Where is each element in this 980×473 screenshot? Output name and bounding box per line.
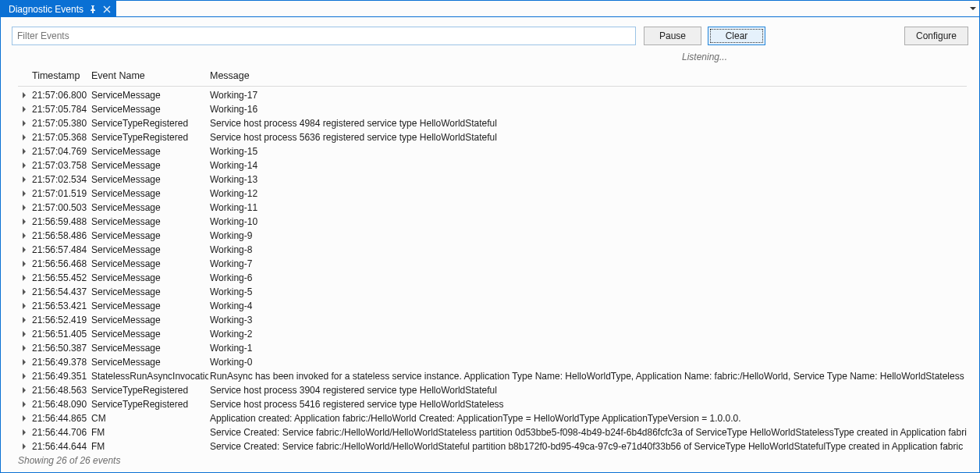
pause-button[interactable]: Pause bbox=[644, 27, 701, 45]
close-icon[interactable] bbox=[102, 5, 112, 14]
cell-timestamp: 21:56:48.563 bbox=[30, 385, 90, 396]
table-row[interactable]: 21:57:04.769ServiceMessageWorking-15 bbox=[18, 144, 967, 158]
cell-message: Working-4 bbox=[208, 301, 967, 311]
table-row[interactable]: 21:57:05.784ServiceMessageWorking-16 bbox=[18, 102, 967, 116]
cell-event-name: ServiceMessage bbox=[90, 315, 208, 325]
table-row[interactable]: 21:56:58.486ServiceMessageWorking-9 bbox=[18, 229, 967, 243]
cell-message: Working-8 bbox=[208, 244, 967, 255]
expand-icon[interactable] bbox=[18, 345, 30, 351]
cell-message: Service host process 3904 registered ser… bbox=[208, 385, 967, 396]
cell-timestamp: 21:56:44.644 bbox=[30, 441, 90, 452]
expand-icon[interactable] bbox=[18, 120, 30, 126]
cell-timestamp: 21:56:51.405 bbox=[30, 329, 90, 340]
table-row[interactable]: 21:56:55.452ServiceMessageWorking-6 bbox=[18, 271, 967, 285]
expand-icon[interactable] bbox=[18, 303, 30, 309]
status-bar: Showing 26 of 26 events bbox=[1, 452, 979, 472]
table-row[interactable]: 21:56:44.706FMService Created: Service f… bbox=[18, 425, 967, 439]
clear-button[interactable]: Clear bbox=[708, 27, 765, 45]
table-row[interactable]: 21:56:48.563ServiceTypeRegisteredService… bbox=[18, 383, 967, 397]
cell-event-name: ServiceMessage bbox=[90, 329, 208, 340]
cell-message: Working-9 bbox=[208, 230, 967, 241]
table-row[interactable]: 21:57:06.800ServiceMessageWorking-17 bbox=[18, 88, 967, 102]
table-row[interactable]: 21:56:44.865CMApplication created: Appli… bbox=[18, 411, 967, 425]
toolbar: Pause Clear Listening... Configure bbox=[1, 17, 979, 62]
expand-icon[interactable] bbox=[18, 162, 30, 169]
cell-event-name: ServiceTypeRegistered bbox=[90, 118, 208, 129]
cell-timestamp: 21:56:57.484 bbox=[30, 244, 90, 255]
expand-icon[interactable] bbox=[18, 148, 30, 155]
expand-icon[interactable] bbox=[18, 331, 30, 337]
expand-icon[interactable] bbox=[18, 92, 30, 98]
filter-events-input[interactable] bbox=[12, 27, 636, 45]
table-row[interactable]: 21:56:51.405ServiceMessageWorking-2 bbox=[18, 327, 967, 341]
table-row[interactable]: 21:57:05.380ServiceTypeRegisteredService… bbox=[18, 116, 967, 130]
diagnostic-events-window: Diagnostic Events Pause Clear Listening.… bbox=[0, 0, 980, 473]
cell-event-name: FM bbox=[90, 441, 208, 452]
col-timestamp[interactable]: Timestamp bbox=[30, 69, 90, 83]
cell-message: Service host process 5416 registered ser… bbox=[208, 399, 967, 410]
cell-timestamp: 21:57:02.534 bbox=[30, 174, 90, 185]
expand-icon[interactable] bbox=[18, 219, 30, 225]
expand-icon[interactable] bbox=[18, 134, 30, 140]
table-row[interactable]: 21:57:03.758ServiceMessageWorking-14 bbox=[18, 158, 967, 172]
cell-event-name: ServiceTypeRegistered bbox=[90, 399, 208, 410]
configure-button[interactable]: Configure bbox=[904, 27, 968, 45]
cell-event-name: ServiceMessage bbox=[90, 357, 208, 368]
table-row[interactable]: 21:56:56.468ServiceMessageWorking-7 bbox=[18, 257, 967, 271]
table-row[interactable]: 21:57:01.519ServiceMessageWorking-12 bbox=[18, 187, 967, 201]
cell-timestamp: 21:56:49.378 bbox=[30, 357, 90, 368]
table-row[interactable]: 21:56:44.644FMService Created: Service f… bbox=[18, 439, 967, 452]
cell-event-name: ServiceMessage bbox=[90, 174, 208, 185]
expand-icon[interactable] bbox=[18, 429, 30, 436]
table-row[interactable]: 21:56:52.419ServiceMessageWorking-3 bbox=[18, 313, 967, 327]
table-row[interactable]: 21:57:05.368ServiceTypeRegisteredService… bbox=[18, 130, 967, 144]
cell-timestamp: 21:56:58.486 bbox=[30, 230, 90, 241]
expand-icon[interactable] bbox=[18, 106, 30, 112]
cell-event-name: ServiceMessage bbox=[90, 272, 208, 283]
cell-timestamp: 21:56:48.090 bbox=[30, 399, 90, 410]
cell-message: Service Created: Service fabric:/HelloWo… bbox=[208, 427, 967, 438]
cell-event-name: ServiceMessage bbox=[90, 104, 208, 115]
expand-icon[interactable] bbox=[18, 387, 30, 393]
expand-icon[interactable] bbox=[18, 443, 30, 450]
cell-event-name: ServiceMessage bbox=[90, 230, 208, 241]
cell-event-name: ServiceMessage bbox=[90, 258, 208, 269]
expand-icon[interactable] bbox=[18, 261, 30, 267]
cell-message: Working-15 bbox=[208, 146, 967, 157]
cell-message: Working-7 bbox=[208, 258, 967, 269]
expand-icon[interactable] bbox=[18, 317, 30, 323]
table-row[interactable]: 21:57:00.503ServiceMessageWorking-11 bbox=[18, 201, 967, 215]
tab-diagnostic-events[interactable]: Diagnostic Events bbox=[1, 1, 116, 17]
table-row[interactable]: 21:57:02.534ServiceMessageWorking-13 bbox=[18, 172, 967, 187]
col-message[interactable]: Message bbox=[208, 69, 967, 83]
cell-timestamp: 21:56:59.488 bbox=[30, 216, 90, 227]
expand-icon[interactable] bbox=[18, 190, 30, 197]
expand-icon[interactable] bbox=[18, 204, 30, 211]
expand-icon[interactable] bbox=[18, 359, 30, 365]
cell-message: Working-13 bbox=[208, 174, 967, 185]
col-event-name[interactable]: Event Name bbox=[90, 69, 208, 83]
table-row[interactable]: 21:56:59.488ServiceMessageWorking-10 bbox=[18, 215, 967, 229]
table-row[interactable]: 21:56:54.437ServiceMessageWorking-5 bbox=[18, 285, 967, 299]
table-row[interactable]: 21:56:53.421ServiceMessageWorking-4 bbox=[18, 299, 967, 313]
window-menu-dropdown[interactable] bbox=[967, 1, 979, 16]
expand-icon[interactable] bbox=[18, 289, 30, 295]
table-row[interactable]: 21:56:49.378ServiceMessageWorking-0 bbox=[18, 355, 967, 369]
cell-timestamp: 21:56:52.419 bbox=[30, 315, 90, 325]
expand-icon[interactable] bbox=[18, 415, 30, 421]
table-row[interactable]: 21:56:50.387ServiceMessageWorking-1 bbox=[18, 341, 967, 355]
table-row[interactable]: 21:56:57.484ServiceMessageWorking-8 bbox=[18, 243, 967, 257]
cell-message: Working-0 bbox=[208, 357, 967, 368]
expand-icon[interactable] bbox=[18, 373, 30, 379]
expand-icon[interactable] bbox=[18, 275, 30, 281]
expand-icon[interactable] bbox=[18, 176, 30, 183]
table-row[interactable]: 21:56:48.090ServiceTypeRegisteredService… bbox=[18, 397, 967, 411]
expand-icon[interactable] bbox=[18, 401, 30, 407]
cell-timestamp: 21:56:56.468 bbox=[30, 258, 90, 269]
expand-icon[interactable] bbox=[18, 233, 30, 239]
pin-icon[interactable] bbox=[88, 5, 98, 14]
cell-event-name: ServiceMessage bbox=[90, 301, 208, 311]
table-row[interactable]: 21:56:49.351StatelessRunAsyncInvocationR… bbox=[18, 369, 967, 383]
cell-timestamp: 21:56:55.452 bbox=[30, 272, 90, 283]
expand-icon[interactable] bbox=[18, 247, 30, 253]
